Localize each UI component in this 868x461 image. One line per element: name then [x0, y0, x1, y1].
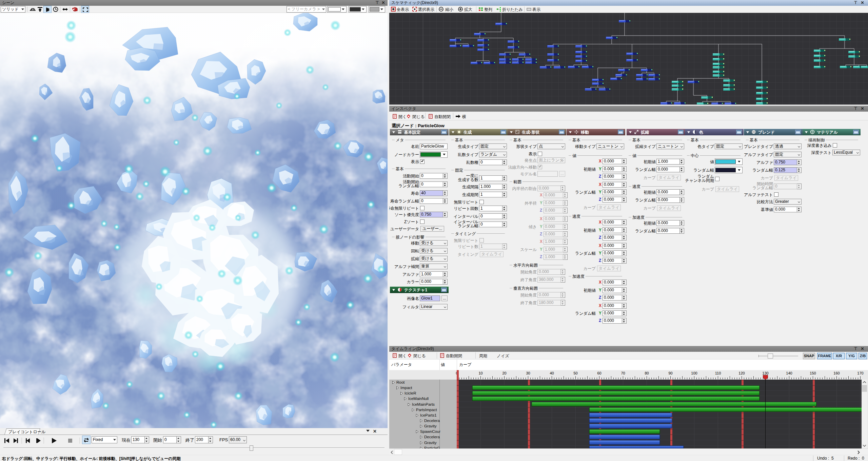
- svg-text:50: 50: [573, 371, 577, 375]
- svg-text:160: 160: [833, 371, 840, 375]
- svg-text:60: 60: [597, 371, 601, 375]
- svg-text:100: 100: [691, 371, 697, 375]
- svg-text:140: 140: [786, 371, 792, 375]
- svg-text:40: 40: [550, 371, 554, 375]
- svg-text:150: 150: [810, 371, 816, 375]
- svg-text:90: 90: [668, 371, 672, 375]
- svg-text:130: 130: [762, 371, 768, 375]
- svg-text:10: 10: [478, 371, 482, 375]
- svg-text:170: 170: [857, 371, 863, 375]
- svg-text:30: 30: [526, 371, 530, 375]
- svg-text:70: 70: [621, 371, 625, 375]
- svg-text:120: 120: [738, 371, 745, 375]
- svg-text:110: 110: [715, 371, 721, 375]
- svg-text:80: 80: [645, 371, 649, 375]
- svg-text:20: 20: [502, 371, 506, 375]
